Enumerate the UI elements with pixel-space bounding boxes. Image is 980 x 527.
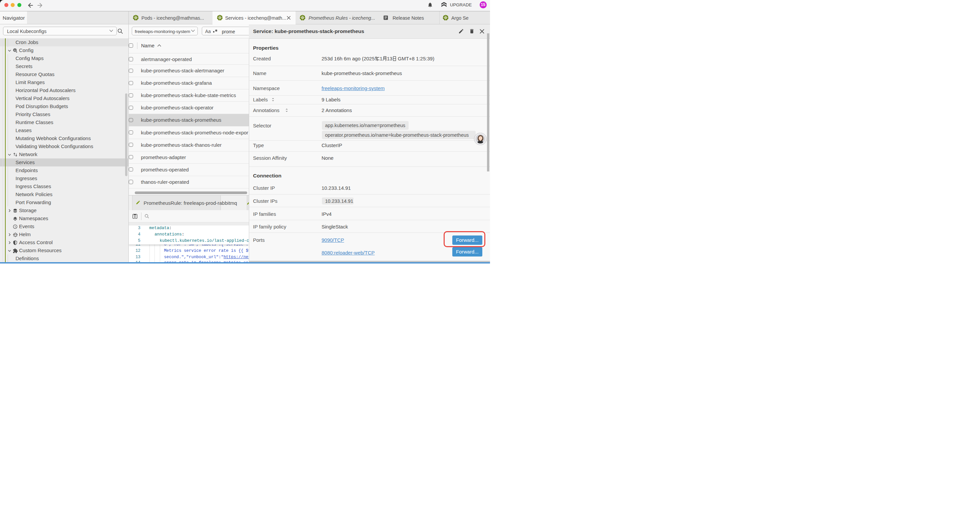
svg-text:HELM: HELM [13,234,18,236]
